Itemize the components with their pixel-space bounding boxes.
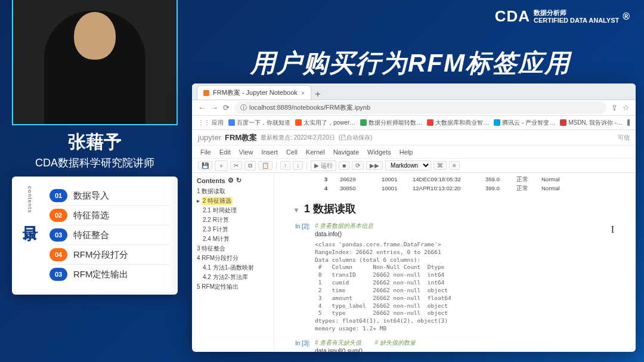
- presenter-name: 张藉予: [12, 130, 178, 154]
- toc-heading: Contents ⚙ ↻: [197, 177, 269, 184]
- browser-window: FRM教案 - Jupyter Notebook × + ← → ⟳ ⓘ loc…: [192, 83, 636, 352]
- toc-settings-icon[interactable]: ⚙: [228, 177, 234, 184]
- toc-item: 01数据导入: [49, 186, 169, 206]
- presenter-title: CDA数据科学研究院讲师: [12, 156, 178, 170]
- site-info-icon[interactable]: ⓘ: [240, 103, 247, 112]
- bookmark-item[interactable]: 软件吧163.com: [627, 119, 630, 127]
- code-comment: # 查看数据的基本信息: [315, 222, 373, 230]
- brand-reg: ®: [623, 11, 630, 22]
- jtoc-item[interactable]: 2.1 时间处理: [197, 206, 269, 215]
- table-row: 4308501000112APR10:13:02:20399.0正常Normal: [283, 184, 627, 193]
- notebook-title[interactable]: FRM教案: [225, 132, 257, 143]
- autosave-text: (已自动保存): [339, 134, 373, 142]
- paste-button[interactable]: 📋: [258, 161, 273, 170]
- toc-label-en: contents: [27, 186, 33, 214]
- share-icon[interactable]: ⇪: [611, 103, 618, 112]
- menu-widgets[interactable]: Widgets: [367, 148, 391, 156]
- favicon-icon: [427, 119, 434, 126]
- jtoc-item[interactable]: 4.2 方法2-算法库: [197, 273, 269, 282]
- menu-kernel[interactable]: Kernel: [306, 148, 325, 156]
- back-icon[interactable]: ←: [198, 103, 206, 112]
- bookmark-item[interactable]: 百度一下，你就知道: [228, 119, 290, 127]
- cell-type-select[interactable]: Markdown: [385, 160, 431, 171]
- jtoc-item[interactable]: 2.4 M计算: [197, 234, 269, 244]
- browser-tabbar: FRM教案 - Jupyter Notebook × +: [192, 83, 636, 100]
- browser-tab[interactable]: FRM教案 - Jupyter Notebook ×: [197, 85, 311, 100]
- jtoc-item[interactable]: ▸ 2 特征筛选: [197, 196, 269, 206]
- section-heading: ▾1 数据读取: [312, 202, 627, 216]
- favicon-icon: [228, 119, 235, 126]
- add-cell-button[interactable]: ＋: [215, 160, 228, 171]
- toc-item: 03RFM定性输出: [49, 265, 169, 284]
- menu-file[interactable]: File: [200, 148, 211, 156]
- menu-navigate[interactable]: Navigate: [333, 148, 359, 156]
- fast-forward-button[interactable]: ▶▶: [366, 161, 383, 170]
- slide-toc: contents 目录 01数据导入02特征筛选03特征整合04RFM分段打分0…: [12, 177, 178, 295]
- jupyter-logo[interactable]: jupyter: [198, 133, 221, 142]
- bookmark-item[interactable]: 数据分析师能转数…: [360, 119, 422, 127]
- stop-button[interactable]: ■: [339, 161, 349, 170]
- jtoc-item[interactable]: 3 特征整合: [197, 244, 269, 253]
- new-tab-button[interactable]: +: [315, 89, 320, 100]
- menu-insert[interactable]: Insert: [261, 148, 278, 156]
- reload-icon[interactable]: ⟳: [223, 103, 230, 112]
- slide-headline: 用户购买行为RFM标签应用: [250, 47, 571, 80]
- toc-badge: 03: [49, 228, 67, 242]
- presenter-card: 张藉予 CDA数据科学研究院讲师: [12, 130, 178, 170]
- bookmark-item[interactable]: 腾讯云 - 产业智变…: [494, 119, 555, 127]
- apps-button[interactable]: ⋮⋮ 应用: [198, 119, 224, 127]
- bookmark-item[interactable]: 大数据库和商业智…: [427, 119, 489, 127]
- toc-refresh-icon[interactable]: ↻: [236, 177, 242, 184]
- presenter-head: [74, 12, 116, 60]
- restart-button[interactable]: ⟳: [352, 161, 364, 170]
- jupyter-toc-panel: Contents ⚙ ↻ 1 数据读取▸ 2 特征筛选2.1 时间处理2.2 R…: [192, 173, 274, 352]
- favicon-icon: [360, 119, 367, 126]
- cut-button[interactable]: ✂: [230, 161, 242, 170]
- toc-item: 03特征整合: [49, 225, 169, 245]
- copy-button[interactable]: ⧉: [244, 161, 256, 171]
- bookmark-item[interactable]: 太实用了，power…: [295, 119, 355, 127]
- forward-icon[interactable]: →: [210, 103, 218, 112]
- code-cell-3[interactable]: In [3]: # 查看有无缺失值 # 缺失值的数量 data.isnull()…: [283, 339, 627, 352]
- jtoc-item[interactable]: 2.2 R计算: [197, 215, 269, 225]
- close-icon[interactable]: ×: [301, 89, 305, 97]
- save-button[interactable]: 💾: [198, 161, 212, 170]
- jtoc-item[interactable]: 4 RFM分段打分: [197, 253, 269, 263]
- jtoc-item[interactable]: 4.1 方法1-函数映射: [197, 263, 269, 273]
- toc-badge: 04: [49, 248, 67, 261]
- toc-toggle-button[interactable]: ≡: [449, 161, 460, 170]
- jtoc-item[interactable]: 1 数据读取: [197, 187, 269, 196]
- code-cell-2[interactable]: In [2]: # 查看数据的基本信息 data.info(): [283, 222, 627, 239]
- menu-cell[interactable]: Cell: [286, 148, 298, 156]
- menu-edit[interactable]: Edit: [219, 148, 231, 156]
- brand-en: CERTIFIED DATA ANALYST: [534, 17, 619, 24]
- toc-text: 特征筛选: [73, 210, 109, 221]
- brand-cn: 数据分析师: [534, 9, 619, 16]
- toc-text: 数据导入: [73, 190, 109, 202]
- jupyter-header: jupyter FRM教案 最新检查点: 2022年2月20日 (已自动保存) …: [192, 130, 636, 146]
- menu-view[interactable]: View: [239, 148, 253, 156]
- collapse-icon: ▾: [295, 206, 298, 214]
- toc-badge: 02: [49, 209, 67, 222]
- tab-title: FRM教案 - Jupyter Notebook: [213, 88, 298, 97]
- bookmark-icon[interactable]: ☆: [623, 103, 630, 112]
- move-up-button[interactable]: ↑: [280, 161, 290, 170]
- favicon-icon: [560, 119, 566, 126]
- address-bar[interactable]: ⓘ localhost:8889/notebooks/FRM教案.ipynb: [234, 101, 606, 114]
- menu-help[interactable]: Help: [400, 148, 413, 156]
- jtoc-item[interactable]: 5 RFM定性输出: [197, 282, 269, 292]
- move-down-button[interactable]: ↓: [293, 161, 303, 170]
- brand-name: CDA: [495, 7, 530, 26]
- trusted-badge[interactable]: 可信: [618, 134, 630, 142]
- jupyter-icon: [203, 90, 209, 96]
- command-palette-button[interactable]: ⌘: [434, 161, 447, 170]
- toc-item: 04RFM分段打分: [49, 245, 169, 265]
- notebook-area[interactable]: 3266291000114DEC09:18:05:32359.0正常Normal…: [274, 173, 636, 352]
- favicon-icon: [627, 119, 630, 126]
- run-button[interactable]: ▶ 运行: [311, 160, 336, 171]
- table-row: 3266291000114DEC09:18:05:32359.0正常Normal: [283, 175, 627, 184]
- bookmarks-bar: ⋮⋮ 应用 百度一下，你就知道太实用了，power…数据分析师能转数…大数据库和…: [192, 116, 636, 130]
- toc-badge: 01: [49, 189, 67, 202]
- jtoc-item[interactable]: 2.3 F计算: [197, 225, 269, 234]
- bookmark-item[interactable]: MSDN, 我告诉你 -…: [560, 119, 623, 127]
